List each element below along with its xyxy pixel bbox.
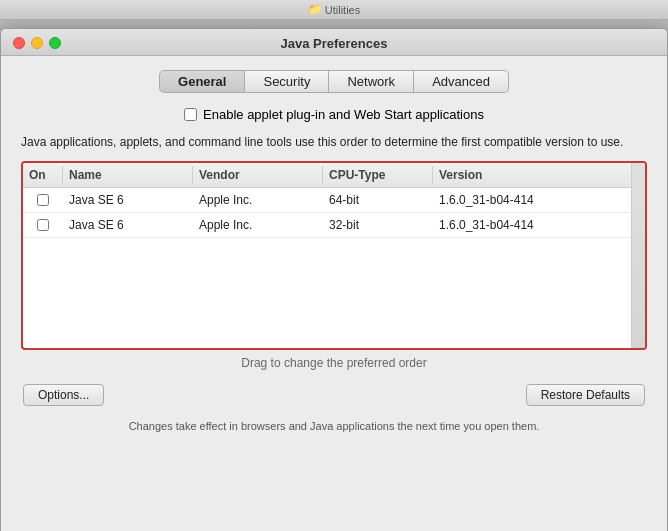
- col-header-version: Version: [433, 166, 631, 184]
- tab-network[interactable]: Network: [329, 70, 414, 93]
- utilities-label: Utilities: [325, 4, 360, 16]
- traffic-lights: [13, 37, 61, 49]
- cell-name-2: Java SE 6: [63, 216, 193, 234]
- window-titlebar: Java Preferences: [1, 29, 667, 56]
- col-header-vendor: Vendor: [193, 166, 323, 184]
- cell-vendor-2: Apple Inc.: [193, 216, 323, 234]
- drag-hint: Drag to change the preferred order: [21, 356, 647, 370]
- tab-security[interactable]: Security: [245, 70, 329, 93]
- content-area: General Security Network Advanced Enable…: [1, 56, 667, 448]
- cell-version-1: 1.6.0_31-b04-414: [433, 191, 631, 209]
- cell-name-1: Java SE 6: [63, 191, 193, 209]
- restore-defaults-button[interactable]: Restore Defaults: [526, 384, 645, 406]
- table-body: Java SE 6 Apple Inc. 64-bit 1.6.0_31-b04…: [23, 188, 631, 348]
- table-row: Java SE 6 Apple Inc. 32-bit 1.6.0_31-b04…: [23, 213, 631, 238]
- cell-version-2: 1.6.0_31-b04-414: [433, 216, 631, 234]
- cell-on-2: [23, 217, 63, 233]
- options-button[interactable]: Options...: [23, 384, 104, 406]
- table-row: Java SE 6 Apple Inc. 64-bit 1.6.0_31-b04…: [23, 188, 631, 213]
- cell-cpu-1: 64-bit: [323, 191, 433, 209]
- utilities-title: 📁 Utilities: [308, 3, 360, 16]
- tab-advanced[interactable]: Advanced: [414, 70, 509, 93]
- close-button[interactable]: [13, 37, 25, 49]
- col-header-on: On: [23, 166, 63, 184]
- col-header-name: Name: [63, 166, 193, 184]
- main-window: Java Preferences General Security Networ…: [0, 28, 668, 531]
- tab-general[interactable]: General: [159, 70, 245, 93]
- enable-row: Enable applet plug-in and Web Start appl…: [21, 107, 647, 122]
- outer-wrapper: 📁 Utilities Java Preferences General Sec…: [0, 0, 668, 531]
- cell-on-1: [23, 192, 63, 208]
- table-header: On Name Vendor CPU-Type Version: [23, 163, 631, 188]
- footer-text: Changes take effect in browsers and Java…: [21, 416, 647, 438]
- table-main: On Name Vendor CPU-Type Version: [23, 163, 631, 348]
- table-scrollbar[interactable]: [631, 163, 645, 348]
- window-title: Java Preferences: [281, 36, 388, 51]
- col-header-cpu: CPU-Type: [323, 166, 433, 184]
- cell-cpu-2: 32-bit: [323, 216, 433, 234]
- bottom-bar: Options... Restore Defaults: [21, 380, 647, 410]
- maximize-button[interactable]: [49, 37, 61, 49]
- minimize-button[interactable]: [31, 37, 43, 49]
- row2-checkbox[interactable]: [37, 219, 49, 231]
- java-table-container: On Name Vendor CPU-Type Version: [21, 161, 647, 350]
- cell-vendor-1: Apple Inc.: [193, 191, 323, 209]
- row1-checkbox[interactable]: [37, 194, 49, 206]
- tab-bar: General Security Network Advanced: [21, 70, 647, 93]
- folder-icon: 📁: [308, 3, 322, 16]
- enable-applet-checkbox[interactable]: [184, 108, 197, 121]
- top-bar: 📁 Utilities: [0, 0, 668, 20]
- enable-applet-label: Enable applet plug-in and Web Start appl…: [203, 107, 484, 122]
- description-text: Java applications, applets, and command …: [21, 134, 647, 151]
- table-scroll-area: On Name Vendor CPU-Type Version: [23, 163, 645, 348]
